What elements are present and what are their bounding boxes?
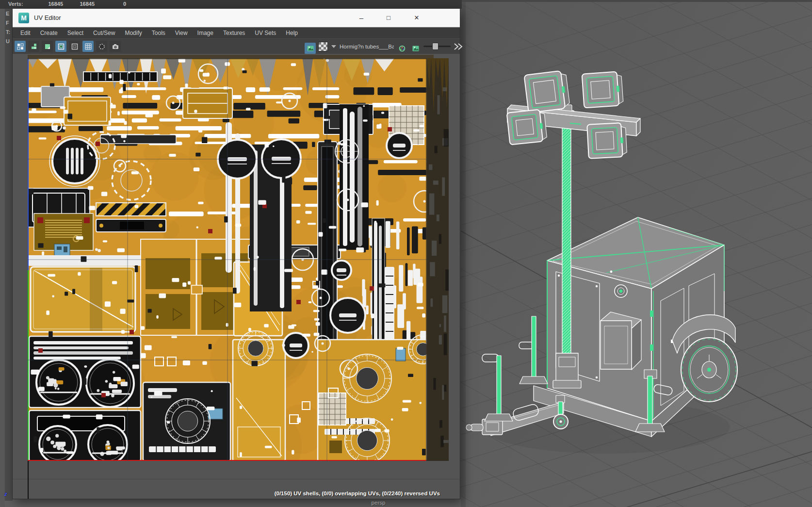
menu-bar: EditCreateSelectCut/SewModifyToolsViewIm… bbox=[13, 28, 460, 38]
menu-item-select[interactable]: Select bbox=[63, 28, 88, 38]
image-frame-icon[interactable] bbox=[69, 41, 80, 52]
floodlight bbox=[507, 109, 547, 145]
title-bar[interactable]: M UV Editor – □ ✕ bbox=[13, 9, 460, 27]
window-title: UV Editor bbox=[34, 9, 61, 27]
hud-side-column: E F T: U bbox=[5, 9, 13, 501]
axis-z-label: z bbox=[4, 491, 7, 497]
checkered-tiles-icon[interactable] bbox=[55, 41, 66, 52]
menu-item-textures[interactable]: Textures bbox=[218, 28, 250, 38]
menu-item-modify[interactable]: Modify bbox=[120, 28, 146, 38]
texture-border-icon[interactable] bbox=[42, 41, 53, 52]
uv-toolbar: Hormig?n tubes___Ba: bbox=[13, 38, 460, 54]
menu-item-cut-sew[interactable]: Cut/Sew bbox=[88, 28, 120, 38]
image-display-icon[interactable] bbox=[305, 43, 316, 54]
floodlight bbox=[524, 70, 570, 113]
uv-texture-display-icon[interactable] bbox=[15, 41, 26, 52]
verts-other: 0 bbox=[96, 1, 126, 7]
verts-total: 16845 bbox=[33, 1, 63, 7]
poly-count-hud: Verts: 16845 16845 0 bbox=[0, 0, 462, 9]
floodlight bbox=[587, 123, 627, 159]
menu-item-view[interactable]: View bbox=[170, 28, 193, 38]
menu-item-edit[interactable]: Edit bbox=[16, 28, 35, 38]
uv-shell-view-icon[interactable] bbox=[28, 41, 39, 52]
menu-item-create[interactable]: Create bbox=[35, 28, 63, 38]
menu-item-uv-sets[interactable]: UV Sets bbox=[250, 28, 281, 38]
uv-texture-atlas bbox=[28, 58, 449, 461]
v-axis-extension bbox=[28, 461, 29, 499]
uv-status-readout: (0/150) UV shells, (0/0) overlapping UVs… bbox=[275, 491, 440, 496]
menu-item-image[interactable]: Image bbox=[193, 28, 218, 38]
texture-name-label[interactable]: Hormig?n tubes___Ba: bbox=[340, 44, 394, 49]
menu-item-help[interactable]: Help bbox=[281, 28, 303, 38]
verts-label: Verts: bbox=[8, 1, 23, 7]
pixel-grid-icon[interactable] bbox=[82, 41, 94, 52]
menu-item-tools[interactable]: Tools bbox=[147, 28, 170, 38]
verts-selected: 16845 bbox=[65, 1, 95, 7]
uv-snapshot-icon[interactable] bbox=[110, 41, 121, 52]
slider-handle[interactable] bbox=[432, 43, 438, 50]
uv-canvas[interactable]: (0/150) UV shells, (0/0) overlapping UVs… bbox=[13, 54, 460, 499]
rgb-channels-icon[interactable] bbox=[396, 43, 407, 54]
minimize-button[interactable]: – bbox=[353, 9, 370, 27]
maximize-button[interactable]: □ bbox=[380, 9, 397, 27]
close-button[interactable]: ✕ bbox=[408, 9, 425, 27]
perspective-viewport[interactable] bbox=[461, 0, 812, 507]
image-aspect-icon[interactable] bbox=[410, 43, 421, 54]
dim-shadow-icon[interactable] bbox=[96, 41, 107, 52]
tiled-texture-dim-strip bbox=[28, 55, 434, 58]
right-icons-after bbox=[396, 41, 421, 52]
canvas-grid-line bbox=[13, 479, 460, 479]
maya-application: Verts: 16845 16845 0 E F T: U z persp M … bbox=[0, 0, 812, 507]
checker-pattern-icon[interactable] bbox=[318, 42, 328, 51]
camera-name-label: persp bbox=[358, 500, 399, 506]
floodlight bbox=[582, 71, 624, 108]
texture-display-group: Hormig?n tubes___Ba: bbox=[305, 41, 463, 52]
right-icons-before bbox=[305, 41, 337, 52]
dim-image-slider[interactable] bbox=[423, 41, 451, 52]
maya-logo-icon: M bbox=[18, 13, 29, 23]
uv-editor-window: M UV Editor – □ ✕ EditCreateSelectCut/Se… bbox=[13, 9, 460, 499]
dropdown-caret-icon[interactable] bbox=[331, 45, 336, 48]
left-panel-edge bbox=[0, 9, 5, 507]
expand-toolbar-icon[interactable] bbox=[453, 43, 463, 50]
